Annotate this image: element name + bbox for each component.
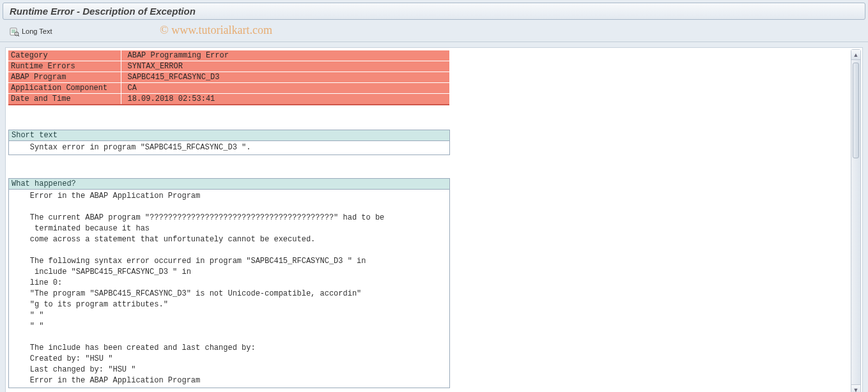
scroll-up-icon[interactable]: ▲ — [851, 50, 860, 60]
section-line: terminated because it has — [12, 223, 447, 234]
section-line: Created by: "HSU " — [12, 354, 447, 365]
error-info-value: 18.09.2018 02:53:41 — [121, 94, 449, 105]
section-line — [12, 245, 447, 256]
section-body: Error in the ABAP Application Program Th… — [9, 190, 449, 388]
error-info-row: Runtime ErrorsSYNTAX_ERROR — [8, 61, 449, 72]
section-line: "The program "SAPBC415_RFCASYNC_D3" is n… — [12, 289, 447, 299]
error-info-row: Application ComponentCA — [8, 83, 449, 94]
watermark-text: © www.tutorialkart.com — [160, 24, 272, 37]
title-bar: Runtime Error - Description of Exception — [3, 3, 865, 20]
scroll-thumb[interactable] — [853, 63, 859, 158]
section-box: What happened? Error in the ABAP Applica… — [8, 178, 450, 388]
section-line: come across a statement that unfortunate… — [12, 234, 447, 245]
section-line: Syntax error in program "SAPBC415_RFCASY… — [12, 142, 447, 153]
section-line: " " — [12, 310, 447, 321]
section-line: The following syntax error occurred in p… — [12, 256, 447, 267]
section-line: Error in the ABAP Application Program — [12, 191, 447, 202]
long-text-label: Long Text — [22, 27, 52, 35]
error-info-label: ABAP Program — [8, 72, 121, 83]
error-info-table: CategoryABAP Programming ErrorRuntime Er… — [8, 50, 449, 105]
section-line: Error in the ABAP Application Program — [12, 375, 447, 386]
section-line: line 0: — [12, 278, 447, 289]
section-header: What happened? — [9, 179, 449, 190]
long-text-button[interactable]: Long Text — [9, 26, 52, 36]
section-line: The include has been created and last ch… — [12, 343, 447, 354]
content-scrollbar[interactable]: ▲ ▼ — [851, 49, 861, 392]
error-info-label: Date and Time — [8, 94, 121, 105]
error-info-row: ABAP ProgramSAPBC415_RFCASYNC_D3 — [8, 72, 449, 83]
long-text-icon — [9, 26, 19, 36]
section-line: " " — [12, 321, 447, 332]
error-info-label: Runtime Errors — [8, 61, 121, 72]
section-header: Short text — [9, 130, 449, 141]
error-info-value: SYNTAX_ERROR — [121, 61, 449, 72]
scroll-down-icon[interactable]: ▼ — [851, 384, 860, 392]
section-line: "g to its program attributes." — [12, 299, 447, 310]
section-line: include "SAPBC415_RFCASYNC_D3 " in — [12, 267, 447, 278]
section-line: Last changed by: "HSU " — [12, 365, 447, 375]
page-title: Runtime Error - Description of Exception — [10, 6, 196, 17]
section-line — [12, 332, 447, 343]
section-line: The current ABAP program "??????????????… — [12, 213, 447, 223]
error-info-label: Category — [8, 50, 121, 61]
section-body: Syntax error in program "SAPBC415_RFCASY… — [9, 141, 449, 155]
error-info-label: Application Component — [8, 83, 121, 94]
error-info-row: CategoryABAP Programming Error — [8, 50, 449, 61]
error-info-value: ABAP Programming Error — [121, 50, 449, 61]
error-info-row: Date and Time18.09.2018 02:53:41 — [8, 94, 449, 105]
section-line — [12, 202, 447, 213]
toolbar: Long Text © www.tutorialkart.com — [0, 22, 868, 42]
svg-line-5 — [18, 35, 19, 36]
section-box: Short text Syntax error in program "SAPB… — [8, 130, 450, 155]
content-area: CategoryABAP Programming ErrorRuntime Er… — [5, 47, 863, 392]
error-info-value: CA — [121, 83, 449, 94]
error-info-value: SAPBC415_RFCASYNC_D3 — [121, 72, 449, 83]
